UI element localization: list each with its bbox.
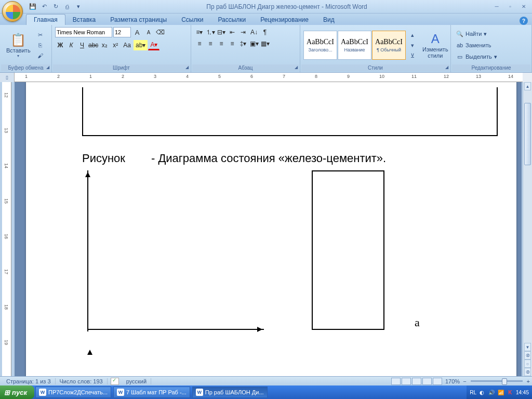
- close-button[interactable]: ✕: [517, 3, 530, 11]
- scroll-down-icon[interactable]: ▼: [524, 343, 531, 351]
- volume-icon[interactable]: 🔊: [488, 389, 495, 396]
- undo-icon[interactable]: ↶: [39, 2, 49, 11]
- tab-references[interactable]: Ссылки: [174, 15, 210, 25]
- tray-icon[interactable]: ◐: [478, 389, 486, 396]
- indent-left-icon[interactable]: ⇤: [227, 27, 237, 37]
- tab-layout[interactable]: Разметка страницы: [103, 15, 174, 25]
- tab-mailings[interactable]: Рассылки: [210, 15, 253, 25]
- print-layout-view-icon[interactable]: [391, 378, 401, 385]
- draft-view-icon[interactable]: [433, 378, 442, 385]
- taskbar-item-1[interactable]: WПР7Слож2ДСпечать...: [35, 387, 111, 398]
- language-status[interactable]: русский: [122, 378, 151, 384]
- zoom-level[interactable]: 170%: [445, 378, 460, 384]
- copy-icon[interactable]: ⎘: [36, 41, 45, 50]
- shrink-font-icon[interactable]: A: [143, 27, 154, 37]
- font-name-select[interactable]: [55, 27, 112, 37]
- select-button[interactable]: ▭Выделить ▾: [454, 51, 528, 62]
- restore-button[interactable]: ▫: [504, 3, 516, 11]
- style-heading[interactable]: AaBbCcI Заголово...: [303, 31, 337, 60]
- show-marks-icon[interactable]: ¶: [260, 27, 270, 37]
- save-icon[interactable]: 💾: [28, 2, 37, 11]
- align-left-icon[interactable]: ≡: [194, 38, 205, 49]
- scroll-up-icon[interactable]: ▲: [524, 82, 531, 90]
- cut-icon[interactable]: ✂: [36, 30, 45, 39]
- vertical-ruler[interactable]: 1213141516171819: [2, 82, 11, 376]
- highlight-button[interactable]: ab▾: [134, 40, 148, 50]
- next-page-icon[interactable]: ⦿: [524, 368, 531, 376]
- bullets-icon[interactable]: ≡▾: [194, 27, 205, 37]
- gallery-more-icon[interactable]: ⊻: [408, 51, 417, 60]
- paste-label: Вставить: [6, 47, 31, 54]
- italic-button[interactable]: К: [66, 40, 76, 50]
- gallery-down-icon[interactable]: ▾: [408, 41, 417, 50]
- web-layout-view-icon[interactable]: [412, 378, 421, 385]
- taskbar-item-3[interactable]: WПр раб ШАБЛОН Ди...: [192, 387, 268, 398]
- align-center-icon[interactable]: ≡: [205, 38, 216, 49]
- style-preview: AaBbCcI: [375, 38, 403, 46]
- start-button[interactable]: ⊞ пуск: [0, 385, 34, 399]
- change-case-button[interactable]: Aa: [121, 40, 133, 50]
- qat-more-icon[interactable]: ▾: [74, 2, 83, 11]
- outline-view-icon[interactable]: [422, 378, 432, 385]
- dialog-launcher-icon[interactable]: ◢: [185, 65, 189, 70]
- sort-icon[interactable]: A↓: [249, 27, 259, 37]
- vertical-scrollbar[interactable]: ▲ ▼ ⦿ ○ ⦿: [523, 82, 532, 376]
- office-button[interactable]: [2, 1, 23, 22]
- change-styles-button[interactable]: A Изменить стили: [419, 28, 451, 63]
- font-size-select[interactable]: [113, 27, 131, 37]
- zoom-out-icon[interactable]: −: [463, 378, 466, 384]
- antivirus-icon[interactable]: K: [507, 389, 514, 396]
- justify-icon[interactable]: ≡: [227, 38, 237, 49]
- document-area[interactable]: Рисунок - Диаграмма состояния «железо-це…: [15, 82, 522, 376]
- superscript-button[interactable]: x²: [110, 40, 121, 50]
- help-icon[interactable]: ?: [520, 17, 528, 25]
- clear-format-icon[interactable]: ⌫: [155, 27, 165, 37]
- network-icon[interactable]: 📶: [497, 389, 504, 396]
- zoom-in-icon[interactable]: +: [527, 378, 530, 384]
- bold-button[interactable]: Ж: [55, 40, 65, 50]
- font-color-button[interactable]: A▾: [148, 40, 159, 50]
- find-button[interactable]: 🔍Найти ▾: [454, 29, 528, 39]
- numbering-icon[interactable]: ⒈▾: [205, 27, 216, 37]
- tab-insert[interactable]: Вставка: [65, 15, 103, 25]
- tab-view[interactable]: Вид: [316, 15, 342, 25]
- style-normal[interactable]: AaBbCcI ¶ Обычный: [372, 31, 406, 60]
- print-icon[interactable]: ⎙: [62, 2, 72, 11]
- spell-check-icon[interactable]: [111, 378, 119, 385]
- word-count[interactable]: Число слов: 193: [56, 378, 108, 384]
- horizontal-ruler[interactable]: ▯ 121234567891011121314: [0, 73, 532, 82]
- taskbar-item-2[interactable]: W7 Шабл мат ПР Раб -...: [113, 387, 190, 398]
- scroll-thumb[interactable]: [524, 103, 531, 165]
- page-status[interactable]: Страница: 1 из 3: [2, 378, 56, 384]
- align-right-icon[interactable]: ≡: [216, 38, 227, 49]
- multilevel-icon[interactable]: ⊟▾: [216, 27, 227, 37]
- dialog-launcher-icon[interactable]: ◢: [46, 65, 49, 70]
- paste-button[interactable]: 📋 Вставить ▾: [3, 28, 34, 63]
- redo-icon[interactable]: ↻: [51, 2, 60, 11]
- borders-icon[interactable]: ▦▾: [260, 38, 270, 49]
- format-painter-icon[interactable]: 🖌: [36, 51, 45, 60]
- prev-page-icon[interactable]: ⦿: [524, 351, 531, 360]
- shading-icon[interactable]: ▣▾: [249, 38, 259, 49]
- tab-home[interactable]: Главная: [26, 14, 65, 25]
- browse-object-icon[interactable]: ○: [524, 360, 531, 368]
- subscript-button[interactable]: x₂: [99, 40, 110, 50]
- replace-button[interactable]: abЗаменить: [454, 40, 528, 50]
- minimize-button[interactable]: ─: [490, 3, 503, 11]
- select-icon: ▭: [456, 54, 463, 60]
- ruler-corner[interactable]: ▯: [0, 73, 15, 82]
- clock[interactable]: 14:45: [516, 390, 529, 395]
- language-indicator[interactable]: RL: [470, 390, 476, 395]
- style-title[interactable]: AaBbCcI Название: [338, 31, 371, 60]
- gallery-up-icon[interactable]: ▴: [408, 30, 417, 39]
- full-screen-view-icon[interactable]: [402, 378, 411, 385]
- underline-button[interactable]: Ч: [77, 40, 87, 50]
- strike-button[interactable]: abc: [88, 40, 99, 50]
- zoom-slider[interactable]: [471, 380, 523, 382]
- dialog-launcher-icon[interactable]: ◢: [445, 65, 448, 70]
- indent-right-icon[interactable]: ⇥: [238, 27, 248, 37]
- dialog-launcher-icon[interactable]: ◢: [295, 65, 298, 70]
- grow-font-icon[interactable]: A: [132, 27, 142, 37]
- line-spacing-icon[interactable]: ‡▾: [238, 38, 248, 49]
- tab-review[interactable]: Рецензирование: [253, 15, 316, 25]
